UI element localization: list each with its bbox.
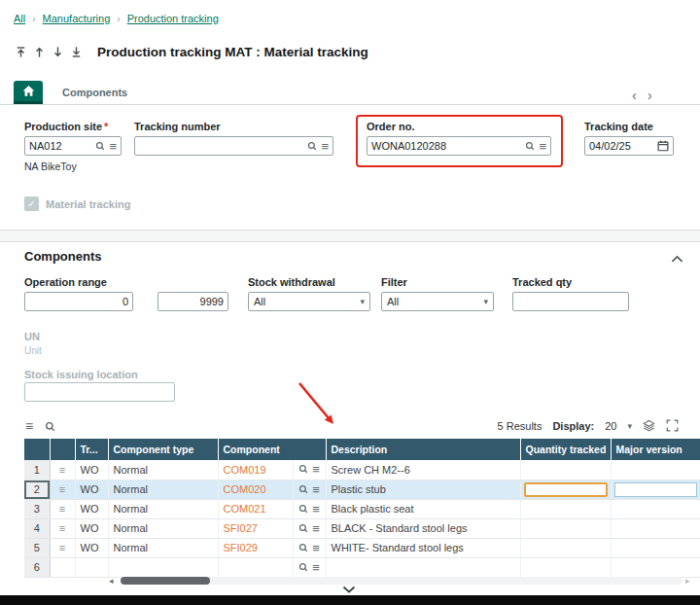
component-lookup-icons[interactable]: ≡ xyxy=(293,518,326,538)
component-lookup-icons[interactable]: ≡ xyxy=(293,538,326,557)
lookup-menu-icon[interactable]: ≡ xyxy=(312,541,320,555)
cell-major-version[interactable] xyxy=(611,499,700,518)
cell-tracking-type[interactable] xyxy=(75,557,108,577)
cell-major-version[interactable] xyxy=(611,480,700,499)
row-number[interactable]: 4 xyxy=(24,518,50,538)
breadcrumb-link-production-tracking[interactable]: Production tracking xyxy=(127,13,219,24)
stock-issuing-location-input[interactable] xyxy=(24,382,175,402)
horizontal-scrollbar-thumb[interactable] xyxy=(121,577,210,585)
row-drag-handle-icon[interactable]: ≡ xyxy=(50,518,75,538)
tab-scroll-right-icon[interactable]: › xyxy=(648,88,652,103)
cell-description[interactable]: Plastic stub xyxy=(326,480,520,499)
search-icon[interactable] xyxy=(525,141,535,151)
lookup-menu-icon[interactable]: ≡ xyxy=(312,482,320,497)
tab-scroll-left-icon[interactable]: ‹ xyxy=(632,88,637,103)
order-no-input[interactable]: WONA0120288 ≡ xyxy=(367,136,551,156)
cell-description[interactable]: WHITE- Standard stool legs xyxy=(326,538,520,557)
header-major-version[interactable]: Major version xyxy=(611,439,700,460)
cell-component-type[interactable]: Normal xyxy=(108,518,218,538)
tracking-date-input[interactable]: 04/02/25 xyxy=(584,136,674,156)
table-row[interactable]: 1≡WONormalCOM019≡Screw CH M2--6 xyxy=(24,460,700,480)
tab-components[interactable]: Components xyxy=(62,87,127,98)
display-caret-icon[interactable]: ▾ xyxy=(627,421,632,431)
lookup-menu-icon[interactable]: ≡ xyxy=(312,502,320,516)
cell-quantity-tracked[interactable] xyxy=(520,557,611,577)
stock-withdrawal-select[interactable]: All ▾ xyxy=(248,292,370,311)
cell-major-version[interactable] xyxy=(611,557,700,577)
table-row[interactable]: 2≡WONormalCOM020≡Plastic stub xyxy=(24,480,700,499)
operation-range-from-input[interactable]: 0 xyxy=(24,292,133,311)
next-record-icon[interactable] xyxy=(49,43,67,60)
cell-component[interactable]: COM020 xyxy=(218,480,293,499)
cell-description[interactable]: BLACK - Standard stool legs xyxy=(326,518,520,538)
lookup-menu-icon[interactable]: ≡ xyxy=(312,560,320,575)
header-quantity-tracked[interactable]: Quantity tracked xyxy=(520,439,611,460)
fullscreen-icon[interactable] xyxy=(666,419,679,434)
component-lookup-icons[interactable]: ≡ xyxy=(293,460,326,480)
cell-major-version[interactable] xyxy=(611,538,700,557)
row-number[interactable]: 6 xyxy=(24,557,50,577)
table-row[interactable]: 4≡WONormalSFI027≡BLACK - Standard stool … xyxy=(24,518,700,538)
cell-component[interactable]: COM021 xyxy=(218,499,293,518)
previous-record-icon[interactable] xyxy=(30,43,49,60)
layers-icon[interactable] xyxy=(643,419,655,434)
row-number[interactable]: 1 xyxy=(24,460,50,480)
cell-component[interactable]: SFI029 xyxy=(218,538,293,557)
display-value[interactable]: 20 xyxy=(605,420,616,432)
grid-search-icon[interactable] xyxy=(45,421,55,434)
cell-component[interactable]: COM019 xyxy=(218,460,293,480)
scrollbar-left-arrow[interactable]: ◂ xyxy=(109,576,114,586)
lookup-menu-icon[interactable]: ≡ xyxy=(321,140,329,153)
cell-quantity-tracked[interactable] xyxy=(520,518,611,538)
cell-tracking-type[interactable]: WO xyxy=(75,480,108,499)
production-site-input[interactable]: NA012 ≡ xyxy=(24,136,122,156)
last-record-icon[interactable] xyxy=(67,43,86,60)
row-number[interactable]: 5 xyxy=(24,538,50,557)
tracked-qty-input[interactable] xyxy=(512,292,629,311)
cell-component-type[interactable]: Normal xyxy=(108,538,218,557)
cell-major-version[interactable] xyxy=(611,518,700,538)
header-component[interactable]: Component xyxy=(218,439,326,460)
breadcrumb-link-manufacturing[interactable]: Manufacturing xyxy=(43,13,111,24)
component-lookup-icons[interactable]: ≡ xyxy=(293,499,326,518)
cell-component[interactable] xyxy=(218,557,293,577)
row-number[interactable]: 3 xyxy=(24,499,50,518)
scroll-down-chevron-icon[interactable] xyxy=(342,584,356,595)
cell-component-type[interactable]: Normal xyxy=(108,460,218,480)
scrollbar-right-arrow[interactable]: ▸ xyxy=(685,576,690,586)
cell-tracking-type[interactable]: WO xyxy=(75,460,108,480)
cell-tracking-type[interactable]: WO xyxy=(75,499,108,518)
row-drag-handle-icon[interactable]: ≡ xyxy=(50,460,75,480)
cell-quantity-tracked[interactable] xyxy=(520,538,611,557)
cell-major-version[interactable] xyxy=(611,460,700,480)
lookup-menu-icon[interactable]: ≡ xyxy=(312,521,320,536)
cell-quantity-tracked[interactable] xyxy=(520,480,611,499)
header-component-type[interactable]: Component type xyxy=(108,439,218,460)
row-number[interactable]: 2 xyxy=(24,480,50,499)
material-tracking-checkbox[interactable]: ✓ xyxy=(24,196,39,211)
cell-component-type[interactable]: Normal xyxy=(108,499,218,518)
cell-description[interactable] xyxy=(326,557,520,577)
lookup-menu-icon[interactable]: ≡ xyxy=(539,140,546,153)
cell-component-type[interactable] xyxy=(108,557,218,577)
row-drag-handle-icon[interactable] xyxy=(50,557,75,577)
cell-tracking-type[interactable]: WO xyxy=(75,538,108,557)
search-icon[interactable] xyxy=(95,141,105,151)
row-drag-handle-icon[interactable]: ≡ xyxy=(50,538,75,557)
cell-description[interactable]: Black plastic seat xyxy=(326,499,520,518)
lookup-menu-icon[interactable]: ≡ xyxy=(312,462,320,477)
row-drag-handle-icon[interactable]: ≡ xyxy=(50,480,75,499)
grid-menu-icon[interactable]: ≡ xyxy=(25,419,33,433)
table-row[interactable]: 5≡WONormalSFI029≡WHITE- Standard stool l… xyxy=(24,538,700,557)
lookup-menu-icon[interactable]: ≡ xyxy=(109,140,117,153)
cell-tracking-type[interactable]: WO xyxy=(75,518,108,538)
header-description[interactable]: Description xyxy=(326,439,520,460)
filter-select[interactable]: All ▾ xyxy=(381,292,494,311)
table-row[interactable]: 3≡WONormalCOM021≡Black plastic seat xyxy=(24,499,700,518)
search-icon[interactable] xyxy=(307,141,317,151)
row-drag-handle-icon[interactable]: ≡ xyxy=(50,499,75,518)
table-row[interactable]: 6≡ xyxy=(24,557,700,577)
cell-component[interactable]: SFI027 xyxy=(218,518,293,538)
cell-quantity-tracked[interactable] xyxy=(520,460,611,480)
cell-description[interactable]: Screw CH M2--6 xyxy=(326,460,520,480)
